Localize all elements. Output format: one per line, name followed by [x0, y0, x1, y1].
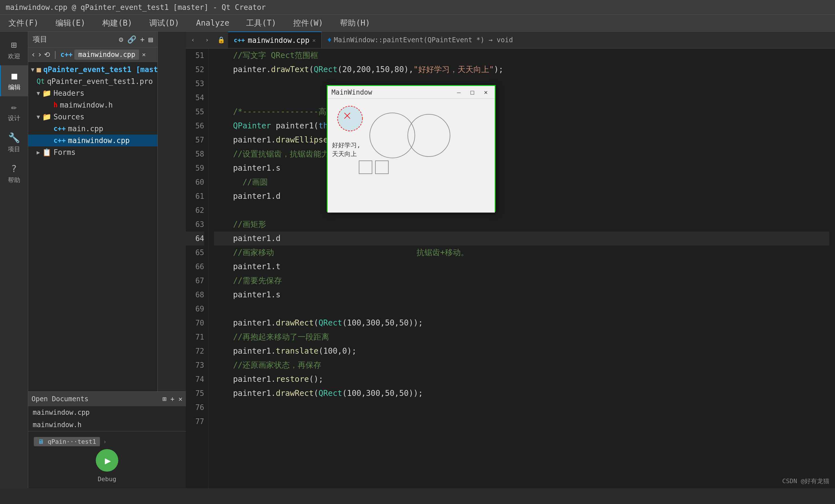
tree-mainwindow-h[interactable]: h mainwindow.h — [28, 99, 158, 111]
mainwindow-cpp-name: mainwindow.cpp — [68, 136, 129, 145]
code-line-71: //再抱起来移动了一段距离 — [214, 330, 829, 344]
tab-close-button[interactable]: ✕ — [312, 37, 316, 44]
open-doc-mainwindow-cpp[interactable]: mainwindow.cpp — [28, 406, 186, 419]
headers-label: Headers — [54, 89, 84, 98]
breadcrumb-inline: ♦ MainWindow::paintEvent(QPaintEvent *) … — [322, 31, 835, 48]
editor-content[interactable]: 51 52 53 54 55 56 57 58 59 60 61 62 63 6… — [186, 48, 835, 488]
menu-edit[interactable]: 编辑(E) — [53, 17, 88, 29]
code-line-56: QPainter painter1(this); — [214, 119, 829, 133]
debug-label: Debug — [98, 476, 116, 485]
run-button[interactable]: ▶ — [96, 449, 118, 471]
menu-widgets[interactable]: 控件(W) — [290, 17, 326, 29]
preview-minimize-btn[interactable]: — — [454, 88, 464, 96]
collapse-arrow: ▼ — [31, 66, 34, 73]
project-label: 项目 — [8, 145, 20, 153]
ln-57: 57 — [186, 133, 204, 147]
activity-edit[interactable]: ■ 编辑 — [0, 65, 28, 96]
open-docs-layout-icon[interactable]: ⊞ — [163, 395, 166, 403]
preview-title: MainWindow — [331, 88, 372, 96]
add-icon[interactable]: + — [140, 35, 145, 44]
tab-mainwindow-cpp[interactable]: c++ mainwindow.cpp ✕ — [228, 31, 322, 48]
ln-68: 68 — [186, 288, 204, 302]
main-layout: ⊞ 欢迎 ■ 编辑 ✏ 设计 🔧 项目 ? 帮助 项目 ⚙ 🔗 — [0, 31, 835, 488]
menu-help[interactable]: 帮助(H) — [337, 17, 373, 29]
preview-controls: — □ ✕ — [454, 88, 491, 96]
play-icon: ▶ — [105, 455, 111, 466]
code-view: 51 52 53 54 55 56 57 58 59 60 61 62 63 6… — [186, 48, 835, 488]
title-text: mainwindow.cpp @ qPainter_event_test1 [m… — [6, 3, 266, 12]
preview-window: MainWindow — □ ✕ — [327, 85, 496, 212]
ln-72: 72 — [186, 344, 204, 358]
tree-headers-folder[interactable]: ▼ 📁 Headers — [28, 87, 158, 99]
active-file-tab[interactable]: mainwindow.cpp — [74, 49, 139, 60]
menu-tools[interactable]: 工具(T) — [243, 17, 279, 29]
sync-icon[interactable]: ⟲ — [44, 50, 50, 59]
code-line-58: //设置抗锯齿，抗锯齿能力，效率较低 — [214, 147, 829, 161]
menu-file[interactable]: 文件(F) — [6, 17, 41, 29]
activity-design[interactable]: ✏ 设计 — [0, 96, 28, 127]
tree-main-cpp[interactable]: c++ main.cpp — [28, 123, 158, 134]
preview-close-btn[interactable]: ✕ — [481, 88, 491, 96]
menu-build[interactable]: 构建(B) — [99, 17, 135, 29]
open-doc-h-label: mainwindow.h — [33, 421, 81, 429]
open-docs-add-icon[interactable]: + — [170, 395, 174, 403]
h-file-icon: h — [54, 101, 58, 109]
activity-help[interactable]: ? 帮助 — [0, 158, 28, 189]
headers-arrow: ▼ — [37, 90, 40, 97]
filter-icon[interactable]: ⚙ — [119, 35, 123, 44]
preview-titlebar: MainWindow — □ ✕ — [327, 86, 495, 99]
code-line-61: painter1.d 00); — [214, 189, 829, 203]
close-tab-icon[interactable]: ✕ — [142, 51, 146, 58]
pro-filename: qPainter_event_test1.pro — [47, 77, 153, 86]
menu-analyze[interactable]: Analyze — [193, 17, 232, 29]
debug-tab-arrow: › — [103, 438, 106, 445]
pro-file-icon: Qt — [37, 78, 45, 85]
main-cpp-name: main.cpp — [68, 124, 103, 133]
nav-left-icon[interactable]: ‹ — [31, 50, 36, 59]
design-icon: ✏ — [11, 101, 17, 112]
link-icon[interactable]: 🔗 — [127, 35, 136, 44]
ln-64: 64 — [186, 231, 204, 246]
tree-project-root[interactable]: ▼ ■ qPainter_event_test1 [master] — [28, 64, 158, 76]
tree-sources-folder[interactable]: ▼ 📁 Sources — [28, 111, 158, 123]
code-line-53 — [214, 77, 829, 91]
open-docs-close-icon[interactable]: ✕ — [179, 395, 183, 403]
debug-tab[interactable]: 🖥 qPain···test1 — [34, 437, 100, 446]
project-icon: ■ — [37, 65, 41, 74]
sidebar-header: 项目 ⚙ 🔗 + ▤ — [28, 31, 158, 47]
activity-welcome[interactable]: ⊞ 欢迎 — [0, 34, 28, 65]
ln-77: 77 — [186, 415, 204, 428]
grid-icon: ⊞ — [11, 39, 17, 50]
large-circle-2 — [408, 114, 450, 156]
activity-project[interactable]: 🔧 项目 — [0, 127, 28, 158]
tab-nav-left[interactable]: ‹ — [186, 31, 200, 48]
sources-folder-icon: 📁 — [42, 113, 51, 121]
code-line-60: //画圆 — [214, 175, 829, 189]
tab-lock-icon[interactable]: 🔒 — [214, 31, 228, 48]
help-label: 帮助 — [8, 176, 20, 184]
ln-61: 61 — [186, 189, 204, 203]
code-line-68: painter1.s — [214, 288, 829, 302]
tree-forms-folder[interactable]: ▶ 📋 Forms — [28, 146, 158, 158]
menu-debug[interactable]: 调试(D) — [146, 17, 182, 29]
code-line-52: painter.drawText(QRect(20,200,150,80),"好… — [214, 63, 829, 77]
layout-icon[interactable]: ▤ — [148, 35, 153, 44]
open-docs-header: Open Documents ⊞ + ✕ — [28, 392, 186, 406]
cpp-icon-mainwindow: c++ — [54, 136, 66, 144]
code-line-57: painter1.drawEllipse(QPoint(300,200),100… — [214, 133, 829, 147]
code-line-65: //画家移动 抗锯齿+移动。 — [214, 246, 829, 259]
wrench-icon: 🔧 — [8, 132, 20, 143]
ln-53: 53 — [186, 77, 204, 91]
open-documents-section: Open Documents ⊞ + ✕ mainwindow.cpp main… — [28, 391, 186, 431]
ln-51: 51 — [186, 48, 204, 63]
nav-right-icon[interactable]: › — [38, 50, 42, 59]
preview-maximize-btn[interactable]: □ — [467, 88, 477, 96]
edit-label: 编辑 — [8, 83, 21, 91]
tab-nav-right[interactable]: › — [200, 31, 214, 48]
open-doc-mainwindow-h[interactable]: mainwindow.h — [28, 419, 186, 431]
code-lines[interactable]: //写文字 QRect范围框 painter.drawText(QRect(20… — [208, 48, 835, 488]
tree-mainwindow-cpp[interactable]: c++ mainwindow.cpp — [28, 134, 158, 146]
ln-58: 58 — [186, 147, 204, 161]
tree-pro-file[interactable]: Qt qPainter_event_test1.pro — [28, 76, 158, 87]
code-line-73: //还原画家状态，再保存 — [214, 358, 829, 372]
